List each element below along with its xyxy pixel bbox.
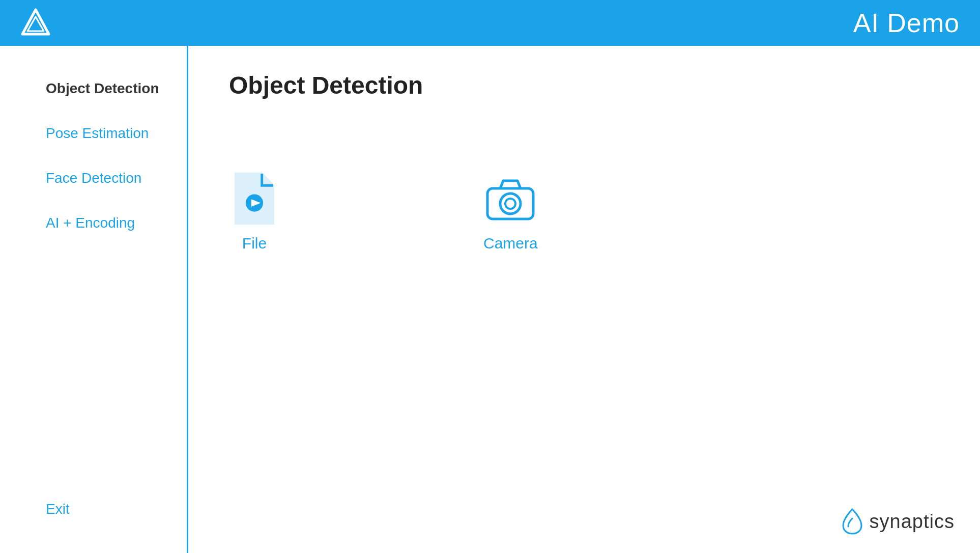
- sidebar-item-face-detection[interactable]: Face Detection: [46, 156, 187, 201]
- camera-option[interactable]: Camera: [483, 171, 538, 252]
- footer-brand: synaptics: [841, 508, 955, 535]
- sidebar-nav: Object Detection Pose Estimation Face De…: [0, 66, 187, 501]
- synaptics-brand-text: synaptics: [870, 511, 955, 533]
- options-row: File Camera: [229, 171, 939, 252]
- file-option[interactable]: File: [229, 171, 280, 252]
- astra-logo-icon: [20, 8, 51, 38]
- app-title: AI Demo: [853, 8, 960, 38]
- sidebar-item-object-detection[interactable]: Object Detection: [46, 66, 187, 111]
- camera-icon: [485, 171, 536, 227]
- camera-label: Camera: [483, 235, 538, 252]
- app-header: AI Demo: [0, 0, 980, 46]
- synaptics-logo-icon: [841, 508, 863, 535]
- page-title: Object Detection: [229, 71, 939, 99]
- sidebar-exit[interactable]: Exit: [0, 501, 187, 533]
- svg-point-5: [500, 193, 521, 214]
- sidebar-item-pose-estimation[interactable]: Pose Estimation: [46, 111, 187, 156]
- file-label: File: [242, 235, 267, 252]
- sidebar: Object Detection Pose Estimation Face De…: [0, 46, 188, 553]
- sidebar-item-ai-encoding[interactable]: AI + Encoding: [46, 201, 187, 245]
- file-icon: [229, 171, 280, 227]
- svg-point-6: [505, 199, 515, 209]
- main-layout: Object Detection Pose Estimation Face De…: [0, 46, 980, 553]
- logo-container: [20, 8, 51, 38]
- main-content: Object Detection File: [188, 46, 980, 553]
